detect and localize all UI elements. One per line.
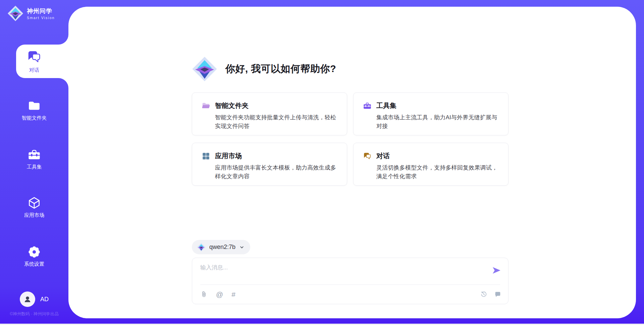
main-panel: 你好, 我可以如何帮助你? 智能文件夹 智能文件夹功能支持批量文件上传与清洗，轻… [68,7,636,318]
sidebar-item-label: 对话 [29,67,39,73]
card-title: 智能文件夹 [215,101,249,110]
sidebar-item-label: 工具集 [27,164,42,170]
folder-icon [28,99,41,113]
sidebar-item-toolset[interactable]: 工具集 [0,148,68,170]
window-bottom-edge [0,324,644,325]
copyright-text: ©神州数码 · 神州问学出品 [0,311,68,317]
briefcase-icon [363,102,372,110]
card-title: 应用市场 [215,151,242,160]
main-content: 你好, 我可以如何帮助你? 智能文件夹 智能文件夹功能支持批量文件上传与清洗，轻… [192,7,508,318]
sidebar-item-smart-folder[interactable]: 智能文件夹 [0,99,68,121]
user-account[interactable]: AD [0,291,68,307]
folder-open-icon [202,102,210,110]
brand-subtitle: Smart Vision [27,16,55,20]
chevron-down-icon [239,245,245,250]
cube-icon [28,196,41,210]
card-description: 应用市场提供丰富长文本模板，助力高效生成多样化文章内容 [215,164,337,181]
person-icon [23,295,32,304]
briefcase-icon [28,148,41,161]
diamond-logo-icon [7,5,23,21]
model-name: qwen2:7b [209,244,235,251]
card-chat[interactable]: 对话 灵活切换多模型文件，支持多样回复效果调试，满足个性化需求 [353,143,508,186]
card-toolset[interactable]: 工具集 集成市场上主流工具，助力AI与外界无缝扩展与对接 [353,92,508,135]
card-description: 灵活切换多模型文件，支持多样回复效果调试，满足个性化需求 [376,164,499,181]
input-divider [200,284,500,285]
topic-icon[interactable]: # [231,291,235,298]
diamond-logo-icon [197,243,206,252]
user-label: AD [40,296,49,303]
tab-fillet-bottom [58,78,68,88]
card-smart-folder[interactable]: 智能文件夹 智能文件夹功能支持批量文件上传与清洗，轻松实现文件问答 [192,92,347,135]
mention-icon[interactable]: @ [216,291,223,298]
message-input-card: @ # [192,258,508,304]
sidebar-item-label: 应用市场 [24,212,44,218]
diamond-logo-icon [192,56,217,82]
message-input[interactable] [200,264,482,282]
card-description: 智能文件夹功能支持批量文件上传与清洗，轻松实现文件问答 [215,113,337,130]
sidebar-item-settings[interactable]: 系统设置 [0,245,68,267]
tab-fillet-top [58,35,68,45]
input-toolbar: @ # [200,288,501,300]
chat-bubbles-icon [363,152,372,160]
sidebar-item-chat[interactable]: 对话 [0,45,68,78]
model-selector[interactable]: qwen2:7b [192,240,250,254]
sidebar-item-app-market[interactable]: 应用市场 [0,196,68,218]
avatar [20,291,35,307]
card-title: 工具集 [376,101,396,110]
app-window: 神州问学 Smart Vision 对话 智能文件夹 工具集 应用市场 系统设置… [0,0,644,325]
paperclip-icon[interactable] [200,290,208,298]
feedback-bubble-icon[interactable] [494,290,501,298]
grid-icon [202,152,210,160]
chat-bubbles-icon [26,49,42,65]
history-icon[interactable] [480,290,487,298]
card-app-market[interactable]: 应用市场 应用市场提供丰富长文本模板，助力高效生成多样化文章内容 [192,143,347,186]
feature-cards: 智能文件夹 智能文件夹功能支持批量文件上传与清洗，轻松实现文件问答 工具集 集成… [192,92,508,186]
send-icon[interactable] [491,265,501,275]
greeting: 你好, 我可以如何帮助你? [192,56,336,82]
sidebar-item-label: 智能文件夹 [22,115,47,121]
card-description: 集成市场上主流工具，助力AI与外界无缝扩展与对接 [376,113,499,130]
greeting-text: 你好, 我可以如何帮助你? [225,62,336,76]
brand-name: 神州问学 [27,7,55,15]
brand-logo: 神州问学 Smart Vision [7,5,55,21]
gear-icon [28,245,41,259]
sidebar-item-label: 系统设置 [24,261,44,267]
card-title: 对话 [376,151,390,160]
